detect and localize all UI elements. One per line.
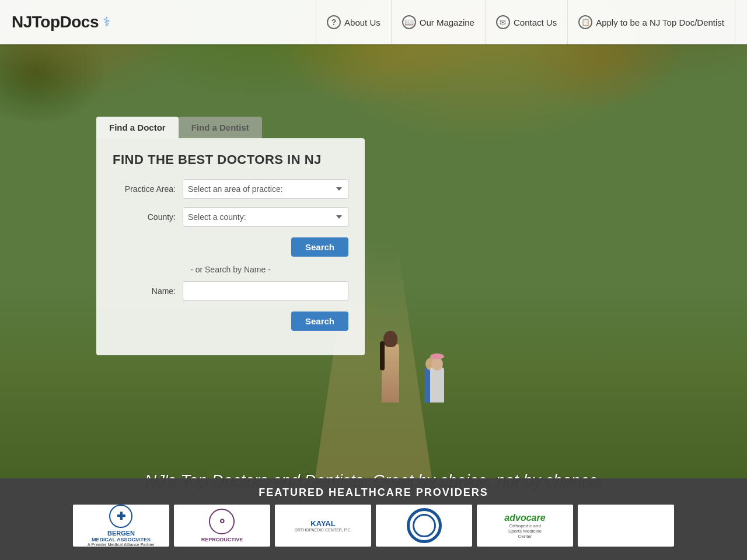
header: NJTopDocs ⚕ ? About Us 📖 Our Magazine ✉ … (0, 0, 747, 44)
name-input[interactable] (183, 281, 348, 301)
search-button-2[interactable]: Search (291, 312, 348, 331)
search-button-row-1: Search (113, 235, 348, 257)
search-button-1[interactable]: Search (291, 237, 348, 257)
or-search-divider: - or Search by Name - (113, 265, 348, 274)
nav-about-us-label: About Us (344, 18, 381, 27)
county-select[interactable]: Select a county: (183, 207, 348, 227)
advocare-sub2: Sports Medicine (504, 528, 545, 534)
repro-name: REPRODUCTIVE (201, 537, 243, 542)
circle-logo-graphic (407, 508, 442, 543)
magazine-icon: 📖 (402, 15, 416, 29)
practice-area-label: Practice Area: (113, 184, 183, 194)
search-tabs: Find a Doctor Find a Dentist (96, 117, 365, 138)
advocare-sub1: Orthopedic and (504, 523, 545, 528)
search-panel: Find a Doctor Find a Dentist FIND THE BE… (96, 117, 365, 355)
nav-our-magazine[interactable]: 📖 Our Magazine (392, 0, 486, 44)
tab-find-doctor-label: Find a Doctor (109, 123, 166, 132)
nav-contact-us[interactable]: ✉ Contact Us (486, 0, 568, 44)
bergen-name2: MEDICAL ASSOCIATES (92, 537, 151, 542)
search-box: FIND THE BEST DOCTORS IN NJ Practice Are… (96, 138, 365, 355)
tab-find-doctor[interactable]: Find a Doctor (96, 117, 179, 138)
kayal-name: KAYAL (310, 519, 335, 528)
featured-provider-empty (578, 505, 674, 547)
caduceus-icon: ⚕ (103, 15, 110, 30)
bergen-name: BERGEN (107, 530, 135, 537)
practice-area-select[interactable]: Select an area of practice: (183, 179, 348, 199)
nav-apply-label: Apply to be a NJ Top Doc/Dentist (596, 18, 724, 27)
featured-section: FEATURED HEALTHCARE PROVIDERS ✚ BERGEN M… (0, 478, 747, 560)
document-icon: 📋 (578, 15, 592, 29)
name-label: Name: (113, 286, 183, 296)
nav-contact-label: Contact Us (514, 18, 557, 27)
featured-provider-kayal[interactable]: KAYAL ORTHOPAEDIC CENTER, P.C. (275, 505, 371, 547)
repro-icon: ⚬ (217, 514, 227, 528)
kayal-sub: ORTHOPAEDIC CENTER, P.C. (294, 528, 351, 532)
envelope-icon: ✉ (496, 15, 510, 29)
advocare-sub3: Center (504, 534, 545, 539)
logo-text: NJTopDocs (12, 13, 99, 32)
advocare-name: advocare (504, 513, 545, 523)
county-label: County: (113, 212, 183, 222)
county-row: County: Select a county: (113, 207, 348, 227)
practice-area-row: Practice Area: Select an area of practic… (113, 179, 348, 199)
featured-provider-advocare[interactable]: advocare Orthopedic and Sports Medicine … (477, 505, 573, 547)
name-row: Name: (113, 281, 348, 301)
featured-provider-circle[interactable] (376, 505, 472, 547)
featured-title: FEATURED HEALTHCARE PROVIDERS (0, 478, 747, 505)
tab-find-dentist-label: Find a Dentist (191, 123, 249, 132)
nav-magazine-label: Our Magazine (420, 18, 474, 27)
nav-about-us[interactable]: ? About Us (316, 0, 392, 44)
question-icon: ? (327, 15, 341, 29)
featured-provider-bergen[interactable]: ✚ BERGEN MEDICAL ASSOCIATES A Premier Me… (73, 505, 169, 547)
nav-apply[interactable]: 📋 Apply to be a NJ Top Doc/Dentist (568, 0, 735, 44)
featured-provider-reproductive[interactable]: ⚬ REPRODUCTIVE (174, 505, 270, 547)
bergen-sub: A Premier Medical Alliance Partner (88, 542, 155, 547)
navigation: ? About Us 📖 Our Magazine ✉ Contact Us 📋… (316, 0, 735, 44)
search-title: FIND THE BEST DOCTORS IN NJ (113, 152, 348, 167)
tab-find-dentist[interactable]: Find a Dentist (179, 117, 262, 138)
search-button-row-2: Search (113, 309, 348, 331)
featured-logos: ✚ BERGEN MEDICAL ASSOCIATES A Premier Me… (0, 505, 747, 547)
logo-area[interactable]: NJTopDocs ⚕ (12, 13, 110, 32)
bergen-icon: ✚ (117, 510, 125, 523)
